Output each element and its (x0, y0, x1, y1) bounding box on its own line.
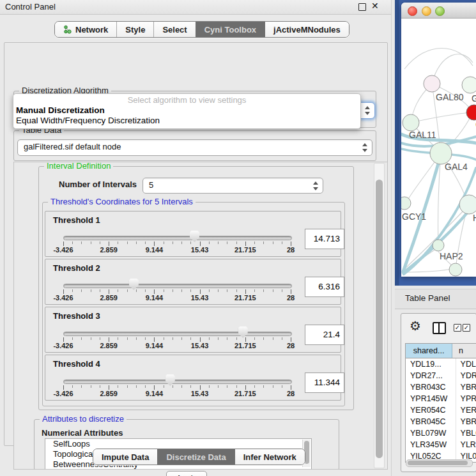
threshold-list: Threshold 1-3.4262.8599.14415.4321.71528… (45, 211, 341, 403)
apply-button[interactable]: Apply (166, 471, 207, 476)
table-row[interactable]: YDL19...YDL1 (406, 358, 476, 370)
minimize-traffic-light[interactable] (422, 6, 431, 16)
gear-icon[interactable]: ⚙ (410, 319, 421, 332)
table-row[interactable]: YBR045CYBR0 (406, 416, 476, 427)
combo-value: 5 (149, 180, 153, 190)
tab-label: Impute Data (102, 452, 149, 462)
tab-infer-network[interactable]: Infer Network (234, 449, 305, 464)
number-of-intervals-label: Number of Intervals (59, 180, 137, 189)
threshold-value-field[interactable]: 21.4 (305, 325, 344, 345)
tab-select[interactable]: Select (153, 22, 195, 37)
zoom-traffic-light[interactable] (435, 6, 445, 16)
tick-label: 28 (287, 246, 295, 254)
checkbox-icon[interactable]: ✓ (454, 324, 461, 332)
node-label-g: G (472, 93, 476, 104)
tick-label: 15.43 (191, 246, 209, 254)
network-node[interactable] (430, 142, 452, 164)
tab-cyni-toolbox[interactable]: Cyni Toolbox (196, 22, 265, 37)
tick-label: 2.859 (100, 294, 118, 302)
tick-label: 15.43 (191, 390, 209, 397)
table-data-combobox[interactable]: galFiltered.sif default node (17, 139, 372, 156)
slider-thumb[interactable] (165, 374, 175, 386)
cell-name: YDR2 (456, 370, 476, 381)
tick-label: 9.144 (146, 246, 164, 254)
tick-label: 21.715 (234, 294, 256, 302)
split-columns-icon[interactable] (433, 322, 446, 334)
slider-thumb[interactable] (190, 231, 199, 242)
tab-impute-data[interactable]: Impute Data (93, 449, 157, 464)
cell-name: YBR0 (456, 416, 476, 427)
algorithm-dropdown-popup: Select algorithm to view settings Manual… (13, 93, 361, 129)
column-header-shared-name[interactable]: shared... (406, 344, 452, 358)
table-row[interactable]: YER054CYER0 (406, 404, 476, 416)
slider-track[interactable] (63, 236, 292, 240)
top-tab-bar: NetworkStyleSelectCyni ToolboxjActiveMNo… (54, 21, 349, 38)
tick-label: 28 (287, 294, 295, 302)
tick-label: 9.144 (146, 390, 164, 397)
checkbox-icon[interactable]: ✓ (463, 324, 470, 332)
threshold-label: Threshold 4 (53, 359, 100, 369)
tab-jactivemnodules[interactable]: jActiveMNodules (265, 22, 349, 37)
tab-label: Style (125, 25, 145, 35)
table-row[interactable]: YBL079WYBL0 (406, 427, 476, 439)
table-row[interactable]: YPR145WYPR1 (406, 393, 476, 404)
network-view-window: GAL80GCGAL11GAL4GCY1HHAP2 (401, 3, 476, 277)
float-window-icon[interactable] (358, 3, 366, 11)
tab-network[interactable]: Network (55, 22, 116, 37)
tick-label: 9.144 (146, 294, 164, 302)
tick-label: 21.715 (234, 246, 256, 254)
slider-track[interactable] (63, 332, 292, 336)
tab-label: Cyni Toolbox (204, 25, 256, 35)
network-node[interactable] (459, 195, 476, 214)
panel-title: Control Panel (5, 2, 56, 12)
dropdown-hint: Select algorithm to view settings (13, 94, 360, 105)
threshold-value-field[interactable]: 14.713 (305, 229, 344, 249)
network-node[interactable] (403, 114, 419, 131)
slider-tick-labels: -3.4262.8599.14415.4321.71528 (63, 294, 291, 302)
close-traffic-light[interactable] (408, 6, 417, 16)
close-icon[interactable]: ✕ (371, 1, 379, 11)
table-panel: ⚙ ✓ ✓ shared... n YDL19...YDL1YDR27...YD… (401, 313, 476, 472)
table-row[interactable]: YLR345WYLR3 (406, 439, 476, 450)
threshold-value-field[interactable]: 6.316 (305, 277, 344, 297)
cyni-toolbox-panel: Discretization Algorithm Select algorith… (4, 42, 388, 446)
cell-shared-name: YLR345W (406, 439, 456, 450)
tick-label: -3.426 (53, 294, 73, 302)
list-item-selfloops[interactable]: SelfLoops (45, 439, 311, 449)
slider-tick-labels: -3.4262.8599.14415.4321.71528 (63, 246, 291, 254)
slider-track[interactable] (63, 284, 292, 288)
network-node[interactable] (401, 197, 411, 210)
panel-scrollbar[interactable] (374, 163, 385, 468)
network-node[interactable] (466, 105, 476, 120)
dropdown-option-manual-discretization[interactable]: Manual Discretization (13, 105, 360, 116)
network-graph[interactable]: GAL80GCGAL11GAL4GCY1HHAP2 (401, 18, 476, 277)
tab-label: Network (75, 25, 108, 35)
table-row[interactable]: YBR043CYBR0 (406, 381, 476, 393)
cell-name: YBL0 (456, 427, 476, 439)
column-header-name[interactable]: n (452, 344, 476, 358)
table-rows: YDL19...YDL1YDR27...YDR2YBR043CYBR0YPR14… (406, 358, 476, 462)
tick-label: 21.715 (234, 390, 256, 397)
threshold-panel-threshold-2: Threshold 2-3.4262.8599.14415.4321.71528… (45, 259, 341, 305)
tab-discretize-data[interactable]: Discretize Data (157, 449, 234, 464)
network-node[interactable] (449, 263, 462, 276)
slider-track[interactable] (63, 380, 292, 384)
network-edge (404, 49, 473, 70)
number-of-intervals-combobox[interactable]: 5 (142, 178, 323, 194)
table-row[interactable]: YDR27...YDR2 (406, 370, 476, 381)
network-edge (411, 112, 472, 123)
tab-style[interactable]: Style (116, 22, 153, 37)
threshold-value-field[interactable]: 11.344 (305, 372, 344, 393)
network-icon (63, 25, 72, 34)
network-node[interactable] (424, 75, 440, 92)
slider-thumb[interactable] (129, 279, 139, 290)
dropdown-option-equal-width-frequency-discretization[interactable]: Equal Width/Frequency Discretization (13, 116, 360, 126)
table-header: shared... n (406, 344, 476, 358)
network-node[interactable] (462, 77, 476, 93)
slider-tick-labels: -3.4262.8599.14415.4321.71528 (63, 390, 291, 397)
slider-thumb[interactable] (238, 326, 248, 338)
network-node[interactable] (433, 240, 444, 251)
threshold-label: Threshold 1 (53, 215, 100, 225)
tab-label: jActiveMNodules (273, 25, 341, 35)
table-hscrollbar[interactable] (406, 459, 473, 467)
